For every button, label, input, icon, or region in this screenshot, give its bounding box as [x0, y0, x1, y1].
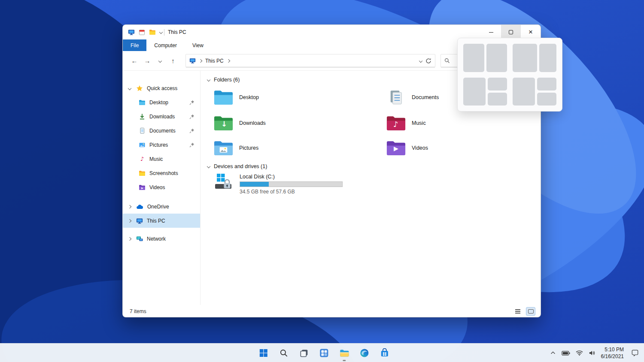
section-title: Devices and drives (1) [214, 163, 267, 169]
forward-button[interactable]: → [141, 54, 154, 67]
close-button[interactable]: × [521, 25, 541, 39]
sidebar-item-desktop[interactable]: Desktop [123, 95, 200, 109]
music-folder-icon: ♪ [386, 114, 406, 132]
folder-tile-music[interactable]: ♪ Music [386, 113, 541, 133]
folder-tile-desktop[interactable]: Desktop [213, 87, 373, 108]
system-tray: 5:10 PM 6/16/2021 [550, 344, 639, 362]
store-button[interactable] [376, 344, 393, 362]
snap-zone[interactable] [486, 44, 507, 72]
sidebar-item-quick-access[interactable]: Quick access [123, 81, 200, 95]
breadcrumb-this-pc[interactable]: This PC [205, 58, 224, 64]
wifi-icon[interactable] [576, 350, 583, 356]
snap-zone[interactable] [513, 78, 535, 106]
maximize-icon [509, 30, 513, 34]
sidebar-item-screenshots[interactable]: Screenshots [123, 166, 200, 180]
desktop-folder-icon [139, 100, 146, 106]
minimize-button[interactable] [481, 25, 501, 39]
folder-label: Desktop [239, 94, 259, 100]
window-title: This PC [168, 29, 186, 35]
thumbnails-view-button[interactable] [526, 307, 535, 316]
microsoft-store-icon [380, 348, 389, 358]
up-button[interactable]: ↑ [167, 54, 179, 67]
sidebar-item-label: Desktop [149, 100, 185, 106]
sidebar-item-network[interactable]: Network [123, 232, 200, 246]
address-history-chevron-icon[interactable] [419, 59, 422, 62]
notification-center-icon[interactable] [631, 350, 639, 356]
this-pc-window-icon [128, 29, 135, 36]
sidebar-item-onedrive[interactable]: OneDrive [123, 199, 200, 214]
sidebar-item-videos[interactable]: Videos [123, 180, 200, 194]
start-button[interactable] [255, 344, 272, 362]
chevron-right-icon[interactable] [128, 205, 131, 208]
breadcrumb-chevron-icon [199, 59, 202, 62]
sidebar-item-label: Quick access [147, 85, 200, 91]
snap-zone[interactable] [537, 78, 556, 90]
battery-icon[interactable] [562, 350, 570, 356]
snap-zone[interactable] [488, 78, 507, 90]
task-view-button[interactable] [295, 344, 313, 362]
network-icon [136, 235, 143, 242]
pin-icon [189, 114, 194, 119]
search-button[interactable] [275, 344, 292, 362]
taskbar-clock[interactable]: 5:10 PM 6/16/2021 [601, 346, 624, 360]
back-button[interactable]: ← [128, 54, 141, 67]
sidebar-item-downloads[interactable]: Downloads [123, 109, 200, 124]
file-explorer-button[interactable] [336, 344, 353, 362]
devices-section-header[interactable]: Devices and drives (1) [207, 163, 267, 169]
hidden-icons-chevron-icon[interactable] [550, 350, 556, 356]
pin-icon [189, 100, 194, 105]
address-bar[interactable]: This PC [185, 54, 435, 67]
star-icon [136, 85, 143, 92]
sidebar-item-pictures[interactable]: Pictures [123, 138, 200, 152]
widgets-icon [319, 348, 329, 358]
search-icon [279, 349, 288, 357]
sidebar-item-this-pc[interactable]: This PC [123, 214, 200, 228]
sidebar-item-label: OneDrive [147, 204, 200, 210]
quick-access-toolbar-chevron-icon[interactable] [159, 30, 163, 34]
navigation-pane: Quick access Desktop Do [123, 71, 200, 305]
download-arrow-icon: ↓ [221, 120, 227, 128]
snap-zone[interactable] [537, 93, 556, 106]
windows-logo-icon [259, 348, 268, 358]
chevron-right-icon[interactable] [128, 237, 131, 240]
tab-file[interactable]: File [123, 39, 146, 51]
folder-tile-pictures[interactable]: Pictures [213, 138, 373, 158]
sidebar-item-music[interactable]: ♪ Music [123, 152, 200, 166]
snap-zone[interactable] [463, 78, 486, 106]
local-disk-icon [213, 173, 234, 192]
folders-section-header[interactable]: Folders (6) [207, 77, 240, 83]
details-view-button[interactable] [513, 307, 522, 316]
onedrive-cloud-icon [136, 204, 143, 209]
tab-view[interactable]: View [185, 39, 211, 51]
disk-usage-bar [240, 181, 343, 187]
drive-tile-local-disk-c[interactable]: Local Disk (C:) 34.5 GB free of 57.6 GB [213, 173, 343, 195]
chevron-right-icon[interactable] [128, 219, 131, 222]
maximize-button[interactable] [501, 25, 521, 39]
snap-zone[interactable] [463, 44, 484, 72]
new-folder-icon[interactable] [149, 29, 156, 35]
tab-computer[interactable]: Computer [146, 39, 185, 51]
sidebar-item-label: Videos [149, 184, 200, 190]
snap-layout-left-plus-stacked-right[interactable] [463, 78, 507, 106]
search-icon [444, 58, 450, 63]
thumbnail-view-icon [528, 309, 534, 314]
folder-tile-downloads[interactable]: ↓ Downloads [213, 113, 373, 133]
snap-layout-two-wide-left[interactable] [513, 44, 556, 72]
chevron-down-icon[interactable] [128, 86, 131, 90]
edge-button[interactable] [356, 344, 373, 362]
snap-zone[interactable] [488, 93, 507, 106]
folder-tile-videos[interactable]: ▶ Videos [386, 138, 541, 158]
titlebar: This PC × [123, 25, 541, 39]
snap-layout-main-plus-stacked-right[interactable] [513, 78, 556, 106]
properties-icon[interactable] [139, 29, 145, 36]
sidebar-item-documents[interactable]: Documents [123, 124, 200, 138]
widgets-button[interactable] [316, 344, 333, 362]
volume-icon[interactable] [589, 350, 595, 356]
refresh-icon[interactable] [425, 58, 431, 64]
snap-layout-two-equal[interactable] [463, 44, 507, 72]
snap-zone[interactable] [513, 44, 537, 72]
snap-zone[interactable] [539, 44, 556, 72]
close-icon: × [529, 28, 533, 36]
music-note-icon: ♪ [393, 120, 398, 129]
recent-locations-chevron[interactable] [154, 54, 167, 67]
